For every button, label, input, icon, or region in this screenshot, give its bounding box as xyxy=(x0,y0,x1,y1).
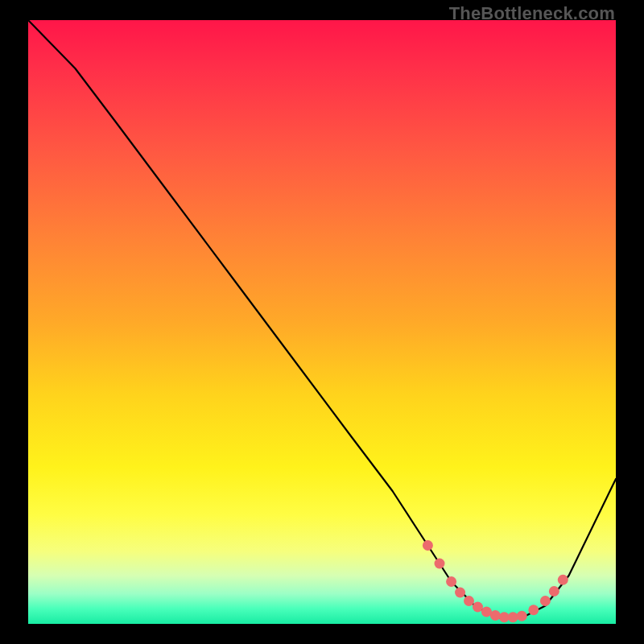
chart-overlay-svg xyxy=(28,20,616,624)
highlight-dot xyxy=(540,596,551,606)
highlight-dot xyxy=(423,540,433,551)
highlight-dot xyxy=(549,586,559,597)
highlight-dot xyxy=(508,612,518,622)
highlight-dot xyxy=(490,610,501,621)
bottleneck-curve xyxy=(28,20,616,618)
highlight-dot xyxy=(528,605,539,615)
highlight-dot xyxy=(517,611,527,621)
highlight-dot xyxy=(435,559,445,569)
highlight-dot xyxy=(464,596,474,606)
highlight-dot xyxy=(473,602,483,613)
chart-stage: TheBottleneck.com xyxy=(0,0,644,644)
highlight-dot xyxy=(558,575,568,585)
highlight-dot xyxy=(446,576,456,587)
highlight-dot xyxy=(455,588,465,598)
highlight-dots-group xyxy=(423,540,568,622)
